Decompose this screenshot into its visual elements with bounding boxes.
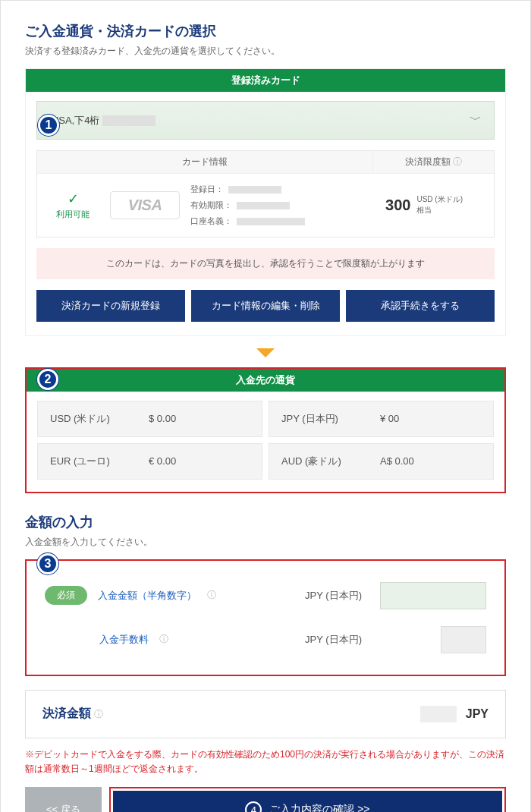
currency-item-jpy[interactable]: JPY (日本円) ¥ 00 bbox=[269, 401, 494, 437]
currency-item-usd[interactable]: USD (米ドル) $ 0.00 bbox=[37, 401, 262, 437]
section3-sub: 入金金額を入力してください。 bbox=[25, 536, 506, 549]
step-badge-3: 3 bbox=[37, 553, 58, 574]
settlement-label: 決済金額 ⓘ bbox=[42, 706, 103, 722]
fee-label: 入金手数料 bbox=[99, 633, 149, 647]
currency-item-eur[interactable]: EUR (ユーロ) € 0.00 bbox=[37, 443, 262, 480]
settlement-value bbox=[420, 706, 457, 722]
section1-title: ご入金通貨・決済カードの選択 bbox=[25, 22, 506, 40]
fee-display bbox=[441, 626, 486, 653]
dropdown-label: VISA,下4桁 bbox=[49, 114, 156, 127]
help-icon[interactable]: ⓘ bbox=[207, 589, 216, 602]
card-header: 登録済みカード bbox=[26, 69, 505, 92]
amount-block: 必須 入金金額（半角数字） ⓘ JPY (日本円) 入金手数料 ⓘ JPY (日… bbox=[25, 559, 506, 676]
step-badge-2: 2 bbox=[37, 369, 58, 390]
step-badge-4: 4 bbox=[245, 801, 262, 812]
btn-edit-card[interactable]: カード情報の編集・削除 bbox=[191, 290, 340, 322]
required-tag: 必須 bbox=[45, 586, 87, 605]
card-details: 登録日： 有効期限： 口座名義： bbox=[190, 181, 353, 229]
settlement-unit: JPY bbox=[466, 707, 489, 721]
pink-notice: このカードは、カードの写真を提出し、承認を行うことで限度額が上がります bbox=[36, 248, 495, 279]
section1-sub: 決済する登録済みカード、入金先の通貨を選択してください。 bbox=[25, 45, 506, 58]
fee-currency: JPY (日本円) bbox=[305, 633, 362, 647]
amount-input[interactable] bbox=[380, 582, 486, 609]
card-status: ✓ 利用可能 bbox=[46, 190, 99, 220]
card-block: 登録済みカード 1 VISA,下4桁 ﹀ カード情報 決済限度額 ⓘ bbox=[25, 68, 506, 336]
card-info-table: カード情報 決済限度額 ⓘ ✓ 利用可能 VISA 登録日： 有効 bbox=[36, 150, 495, 238]
card-limit: 300 USD (米ドル) 相当 bbox=[363, 194, 485, 216]
confirm-button[interactable]: 4 ご入力内容の確認 >> bbox=[113, 791, 502, 812]
currency-item-aud[interactable]: AUD (豪ドル) A$ 0.00 bbox=[269, 443, 494, 480]
currency-header: 入金先の通貨 bbox=[27, 369, 504, 392]
currency-block: 入金先の通貨 USD (米ドル) $ 0.00 JPY (日本円) ¥ 00 E… bbox=[25, 367, 506, 493]
section3-title: 金額の入力 bbox=[25, 513, 506, 531]
btn-approve[interactable]: 承認手続きをする bbox=[346, 290, 495, 322]
info-head-card: カード情報 bbox=[37, 151, 372, 174]
help-icon[interactable]: ⓘ bbox=[159, 633, 168, 646]
settlement-box: 決済金額 ⓘ JPY bbox=[25, 690, 506, 738]
back-button[interactable]: << 戻る bbox=[25, 787, 102, 812]
info-head-limit: 決済限度額 ⓘ bbox=[372, 151, 494, 174]
check-icon: ✓ bbox=[46, 190, 99, 207]
arrow-down-icon bbox=[25, 348, 506, 360]
chevron-down-icon: ﹀ bbox=[470, 112, 482, 128]
btn-new-card[interactable]: 決済カードの新規登録 bbox=[36, 290, 185, 322]
debit-warning: ※デビットカードで入金をする際、カードの有効性確認のため100円の決済が実行され… bbox=[25, 747, 506, 776]
amount-currency: JPY (日本円) bbox=[305, 589, 362, 603]
card-brand: VISA bbox=[110, 191, 180, 219]
amount-label: 入金金額（半角数字） bbox=[98, 589, 196, 603]
step-badge-1: 1 bbox=[38, 115, 59, 136]
card-dropdown[interactable]: VISA,下4桁 ﹀ bbox=[36, 101, 495, 140]
